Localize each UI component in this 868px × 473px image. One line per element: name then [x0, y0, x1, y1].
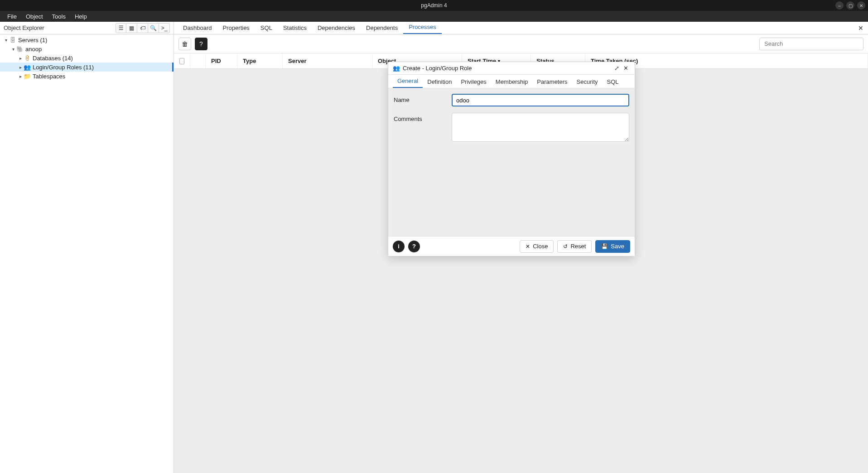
dialog-tab-security[interactable]: Security — [572, 76, 603, 88]
tab-processes[interactable]: Processes — [403, 21, 442, 34]
dialog-titlebar[interactable]: 👥 Create - Login/Group Role ⤢ ✕ — [388, 62, 635, 75]
create-login-role-dialog: 👥 Create - Login/Group Role ⤢ ✕ General … — [388, 62, 635, 256]
object-explorer-title: Object Explorer — [4, 24, 44, 31]
window-maximize-button[interactable]: ▢ — [846, 1, 854, 10]
tree-node-databases[interactable]: ▸ 🛢 Databases (14) — [0, 53, 174, 63]
tree-label: Tablespaces — [33, 73, 65, 80]
menu-bar: File Object Tools Help — [0, 11, 868, 22]
explorer-tool-grid-icon[interactable]: ▦ — [126, 23, 137, 33]
header-pid[interactable]: PID — [206, 53, 237, 68]
dialog-footer: i ? ✕Close ↺Reset 💾Save — [388, 236, 635, 256]
tab-dependents[interactable]: Dependents — [361, 22, 403, 34]
dialog-tab-definition[interactable]: Definition — [423, 76, 456, 88]
tab-properties[interactable]: Properties — [217, 22, 255, 34]
caret-right-icon[interactable]: ▸ — [17, 65, 24, 70]
tab-dashboard[interactable]: Dashboard — [178, 22, 217, 34]
header-type[interactable]: Type — [237, 53, 283, 68]
tree-label: anoop — [25, 46, 42, 53]
select-all-checkbox[interactable] — [174, 53, 190, 68]
caret-down-icon[interactable]: ▾ — [3, 38, 9, 43]
explorer-tool-terminal-icon[interactable]: >_ — [159, 23, 170, 33]
main-tabs: Dashboard Properties SQL Statistics Depe… — [174, 22, 868, 34]
app-title: pgAdmin 4 — [421, 2, 447, 9]
database-icon: 🛢 — [24, 55, 31, 62]
close-button[interactable]: ✕Close — [520, 240, 554, 253]
tree-label: Servers (1) — [18, 37, 47, 43]
explorer-tool-tag-icon[interactable]: 🏷 — [137, 23, 148, 33]
caret-right-icon[interactable]: ▸ — [17, 56, 24, 61]
help-button[interactable]: ? — [195, 38, 207, 50]
explorer-tool-layers-icon[interactable]: ☰ — [116, 23, 126, 33]
dialog-tab-membership[interactable]: Membership — [491, 76, 533, 88]
dialog-tab-sql[interactable]: SQL — [603, 76, 623, 88]
header-server[interactable]: Server — [283, 53, 372, 68]
menu-tools[interactable]: Tools — [48, 12, 70, 21]
info-icon: i — [398, 243, 400, 250]
save-icon: 💾 — [601, 243, 608, 250]
server-group-icon: 🗄 — [9, 37, 16, 43]
trash-icon: 🗑 — [182, 40, 188, 48]
save-button[interactable]: 💾Save — [595, 240, 630, 253]
dialog-tabs: General Definition Privileges Membership… — [388, 75, 635, 88]
tree-label: Login/Group Roles (11) — [33, 64, 94, 71]
caret-down-icon[interactable]: ▾ — [10, 47, 16, 52]
role-icon: 👥 — [393, 65, 400, 72]
tree-label: Databases (14) — [33, 55, 73, 62]
tab-statistics[interactable]: Statistics — [278, 22, 312, 34]
dialog-tab-general[interactable]: General — [393, 75, 423, 88]
close-icon: ✕ — [526, 243, 530, 250]
login-roles-icon: 👥 — [24, 64, 31, 71]
dialog-tab-privileges[interactable]: Privileges — [456, 76, 491, 88]
caret-right-icon[interactable]: ▸ — [17, 74, 24, 79]
window-minimize-button[interactable]: – — [835, 1, 844, 10]
tree-node-connection[interactable]: ▾ 🐘 anoop — [0, 44, 174, 53]
object-explorer-header: Object Explorer ☰ ▦ 🏷 🔍 >_ — [0, 22, 174, 34]
reset-icon: ↺ — [563, 243, 568, 250]
help-button-dialog[interactable]: ? — [408, 241, 420, 252]
header-blank — [190, 53, 206, 68]
help-icon: ? — [412, 243, 416, 250]
menu-file[interactable]: File — [3, 12, 21, 21]
dialog-close-icon[interactable]: ✕ — [621, 65, 630, 72]
search-input[interactable] — [759, 38, 863, 50]
menu-object[interactable]: Object — [21, 12, 48, 21]
tablespace-icon: 📁 — [24, 73, 31, 80]
info-button[interactable]: i — [393, 241, 405, 252]
comments-label: Comments — [394, 113, 452, 144]
tree-node-tablespaces[interactable]: ▸ 📁 Tablespaces — [0, 72, 174, 81]
reset-button[interactable]: ↺Reset — [557, 240, 592, 253]
object-explorer-tree[interactable]: ▾ 🗄 Servers (1) ▾ 🐘 anoop ▸ 🛢 Databases … — [0, 34, 174, 473]
postgres-server-icon: 🐘 — [16, 46, 24, 53]
tab-close-icon[interactable]: ✕ — [858, 24, 863, 32]
delete-button[interactable]: 🗑 — [178, 38, 191, 50]
dialog-tab-parameters[interactable]: Parameters — [532, 76, 572, 88]
window-titlebar: pgAdmin 4 – ▢ ✕ — [0, 0, 868, 11]
comments-textarea[interactable] — [452, 113, 629, 142]
window-close-button[interactable]: ✕ — [857, 1, 865, 10]
content-area: 🗑 ? PID Type Server Object Start Time ▾ … — [174, 34, 868, 473]
menu-help[interactable]: Help — [70, 12, 92, 21]
tab-sql[interactable]: SQL — [255, 22, 278, 34]
tab-dependencies[interactable]: Dependencies — [312, 22, 361, 34]
explorer-tool-search-icon[interactable]: 🔍 — [148, 23, 159, 33]
tree-node-servers[interactable]: ▾ 🗄 Servers (1) — [0, 35, 174, 44]
dialog-expand-icon[interactable]: ⤢ — [612, 65, 621, 72]
help-icon: ? — [199, 40, 203, 48]
dialog-title: Create - Login/Group Role — [403, 65, 472, 72]
dialog-body: Name Comments — [388, 88, 635, 236]
name-input[interactable] — [452, 94, 629, 106]
name-label: Name — [394, 94, 452, 106]
processes-toolbar: 🗑 ? — [174, 34, 868, 53]
tree-node-login-group-roles[interactable]: ▸ 👥 Login/Group Roles (11) — [0, 63, 174, 72]
